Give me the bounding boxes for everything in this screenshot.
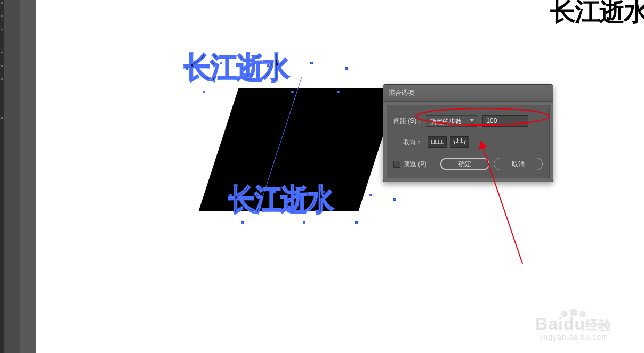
preview-checkbox[interactable] xyxy=(393,161,400,168)
spacing-mode-value: 指定的步数 xyxy=(430,118,462,125)
dialog-title: 混合选项 xyxy=(383,85,553,102)
orientation-align-page-button[interactable] xyxy=(428,136,447,148)
orientation-label: 取向： xyxy=(403,138,422,147)
watermark: Baidu经验 jingyan.baidu.com xyxy=(535,311,612,341)
align-path-icon xyxy=(452,138,467,146)
spacing-label: 间距 (S)： xyxy=(393,117,423,126)
watermark-suffix: 经验 xyxy=(585,318,612,332)
blend-object[interactable]: 长江逝水 长江逝水 xyxy=(182,58,401,229)
watermark-url: jingyan.baidu.com xyxy=(535,333,612,341)
orientation-align-path-button[interactable] xyxy=(450,136,469,148)
artboard-text-corner: 长江逝水 xyxy=(550,0,644,29)
preview-label: 预览 (P) xyxy=(404,160,426,169)
svg-line-8 xyxy=(464,140,465,143)
align-page-icon xyxy=(430,138,445,146)
watermark-brand: Baidu xyxy=(535,314,585,333)
blend-options-dialog: 混合选项 间距 (S)： 指定的步数 取向： xyxy=(383,84,553,182)
ok-button[interactable]: 确定 xyxy=(440,158,489,170)
spacing-steps-input[interactable] xyxy=(482,115,528,127)
spacing-mode-dropdown[interactable]: 指定的步数 xyxy=(426,115,477,127)
panel-edge-left xyxy=(0,0,4,353)
cancel-button[interactable]: 取消 xyxy=(494,158,543,170)
blend-target-text[interactable]: 长江逝水 xyxy=(228,180,332,220)
blend-source-text[interactable]: 长江逝水 xyxy=(184,48,288,88)
chevron-down-icon xyxy=(470,119,474,122)
ruler-vertical xyxy=(4,0,20,353)
svg-line-6 xyxy=(457,138,458,142)
svg-line-5 xyxy=(454,140,455,143)
svg-line-7 xyxy=(461,138,462,142)
